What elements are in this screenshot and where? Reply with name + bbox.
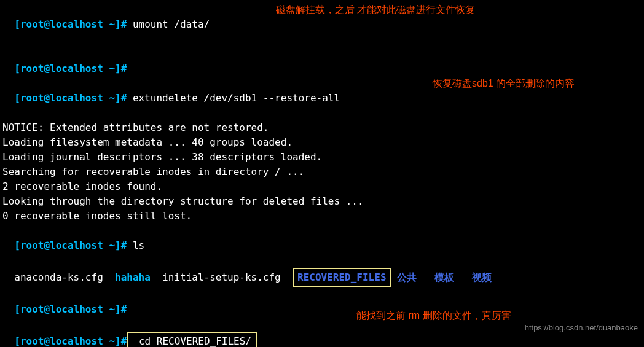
annotation-umount: 磁盘解挂载，之后 才能对此磁盘进行文件恢复 [276, 2, 475, 17]
dir-videos: 视频 [454, 271, 492, 283]
command-text: cd RECOVERED_FILES/ [133, 335, 251, 347]
output-line: Loading journal descriptors ... 38 descr… [2, 150, 642, 165]
output-line: Looking through the directory structure … [2, 194, 642, 209]
prompt: [root@localhost ~]# [14, 63, 127, 74]
dir-recovered-files: RECOVERED_FILES [297, 271, 387, 283]
output-line: 2 recoverable inodes found. [2, 179, 642, 194]
prompt: [root@localhost ~]# [14, 240, 127, 251]
output-line: Loading filesystem metadata ... 40 group… [2, 135, 642, 150]
watermark: https://blog.csdn.net/duanbaoke [525, 322, 638, 334]
file-initial: initial-setup-ks.cfg [151, 271, 293, 283]
command-text: umount /data/ [127, 18, 210, 30]
dir-templates: 模板 [417, 271, 454, 283]
prompt: [root@localhost ~]# [14, 92, 127, 104]
terminal-line: [root@localhost ~]# [2, 47, 642, 76]
output-line: NOTICE: Extended attributes are not rest… [2, 120, 642, 135]
ls-output: anaconda-ks.cfg hahaha initial-setup-ks.… [2, 253, 642, 287]
output-line: 0 recoverable inodes still lost. [2, 209, 642, 224]
file-hahaha: hahaha [115, 271, 151, 283]
prompt: [root@localhost ~]# [14, 18, 127, 30]
command-text: ls [127, 240, 144, 251]
terminal-line: [root@localhost ~]# ls [2, 224, 642, 253]
prompt: [root@localhost ~]# [14, 303, 127, 315]
annotation-found: 能找到之前 rm 删除的文件，真厉害 [356, 308, 511, 323]
file-anaconda: anaconda-ks.cfg [14, 271, 115, 283]
terminal-line: [root@localhost ~]# umount /data/ 磁盘解挂载，… [2, 2, 642, 47]
prompt: [root@localhost ~]# [14, 335, 127, 347]
terminal-line: [root@localhost ~]# extundelete /dev/sdb… [2, 76, 642, 120]
output-line: Searching for recoverable inodes in dire… [2, 165, 642, 179]
dir-public: 公共 [391, 271, 417, 283]
terminal-line: [root@localhost ~]# [2, 287, 642, 317]
annotation-extundelete: 恢复磁盘sdb1 的全部删除的内容 [433, 76, 575, 91]
command-text: extundelete /dev/sdb1 --restore-all [127, 92, 340, 104]
